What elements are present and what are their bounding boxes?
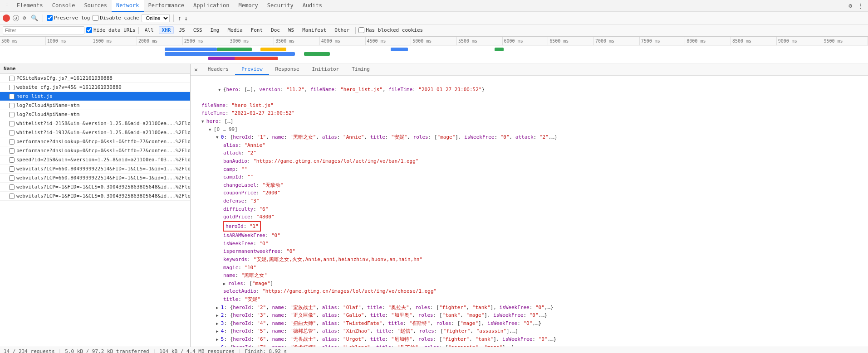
list-item[interactable]: PCSiteNavsCfg.js?_=1612161930888: [0, 74, 190, 83]
item-checkbox[interactable]: [9, 121, 15, 126]
tab-audits[interactable]: Audits: [298, 0, 327, 12]
tick-3000: 3000 ms: [228, 37, 274, 45]
blocked-cookies-checkbox[interactable]: [358, 27, 364, 33]
list-item[interactable]: webvitals?LCP=-1&FID=-1&CLS=0.3004392586…: [0, 192, 190, 201]
filter-manifest[interactable]: Manifest: [299, 26, 329, 34]
filter-font[interactable]: Font: [248, 26, 266, 34]
hide-data-urls-checkbox[interactable]: [86, 27, 92, 33]
filter-all[interactable]: All: [142, 26, 157, 34]
item-checkbox[interactable]: [9, 157, 15, 163]
close-detail-btn[interactable]: ✕: [191, 65, 201, 74]
item2-collapse[interactable]: [216, 312, 221, 318]
export-icon[interactable]: ↓: [184, 15, 188, 22]
refresh-btn[interactable]: ↺: [13, 15, 19, 21]
list-item[interactable]: website_cfg.js?v=45&_=1612161930889: [0, 83, 190, 92]
detail-tab-timing[interactable]: Timing: [345, 64, 376, 75]
tab-application[interactable]: Application: [189, 0, 234, 12]
waterfall-bar-8: [391, 48, 408, 51]
filter-css[interactable]: CSS: [190, 26, 206, 34]
more-icon[interactable]: ⋮: [855, 2, 866, 9]
search-icon[interactable]: 🔍: [30, 15, 39, 21]
root-collapse[interactable]: [218, 87, 223, 92]
tick-4000: 4000 ms: [320, 37, 366, 45]
name-column-header: Name: [4, 66, 16, 72]
json-name: name: "黑暗之女": [194, 271, 864, 280]
item-checkbox[interactable]: [9, 175, 15, 181]
item-checkbox[interactable]: [9, 148, 15, 154]
item-checkbox[interactable]: [9, 94, 15, 99]
array-range-collapse[interactable]: [209, 126, 214, 132]
filter-other[interactable]: Other: [331, 26, 353, 34]
list-item[interactable]: webvitals?LCP=660.8049999922514&FID=-1&C…: [0, 164, 190, 174]
item3-collapse[interactable]: [216, 320, 221, 326]
list-item[interactable]: log?sCloudApiName=atm: [0, 101, 190, 110]
waterfall-bar-2: [217, 48, 252, 51]
throttle-select[interactable]: Online: [142, 14, 170, 22]
json-difficulty: difficulty: "6": [194, 205, 864, 213]
list-item-selected[interactable]: hero_list.js: [0, 92, 190, 101]
preserve-log-label[interactable]: Preserve log: [47, 15, 90, 21]
item-checkbox[interactable]: [9, 112, 15, 117]
list-item[interactable]: performance?dnsLookup=0&tcp=0&ssl=0&ttfb…: [0, 146, 190, 155]
record-btn[interactable]: [3, 15, 10, 22]
list-item[interactable]: log?sCloudApiName=atm: [0, 110, 190, 119]
devtools-toggle-icon[interactable]: ⋮: [2, 3, 12, 9]
json-camp: camp: "": [194, 165, 864, 174]
item4-collapse[interactable]: [216, 328, 221, 334]
tab-sources[interactable]: Sources: [79, 0, 112, 12]
import-icon[interactable]: ↑: [177, 15, 181, 22]
item6-collapse[interactable]: [216, 344, 221, 347]
list-item[interactable]: webvitals?LCP=660.8049999922514&FID=-1&C…: [0, 174, 190, 183]
json-item3: 3: {heroId: "4", name: "扭曲大师", alias: "T…: [194, 319, 864, 328]
list-item[interactable]: webvitals?LCP=-1&FID=-1&CLS=0.3004392586…: [0, 183, 190, 192]
filter-xhr[interactable]: XHR: [159, 26, 174, 34]
item-checkbox[interactable]: [9, 130, 15, 135]
request-list: Name PCSiteNavsCfg.js?_=1612161930888 we…: [0, 64, 191, 347]
item-checkbox[interactable]: [9, 85, 15, 90]
hide-data-urls-label[interactable]: Hide data URLs: [86, 27, 136, 33]
item-checkbox[interactable]: [9, 193, 15, 199]
item-checkbox[interactable]: [9, 103, 15, 108]
filter-media[interactable]: Media: [224, 26, 245, 34]
json-selectaudio: selectAudio: "https://game.gtimg.cn/imag…: [194, 287, 864, 295]
list-item[interactable]: speed?id=2158&uin=&version=1.25.8&aid=a2…: [0, 155, 190, 164]
item1-collapse[interactable]: [216, 305, 221, 310]
filter-input[interactable]: [3, 26, 84, 34]
list-item[interactable]: performance?dnsLookup=0&tcp=0&ssl=0&ttfb…: [0, 137, 190, 146]
item-checkbox[interactable]: [9, 139, 15, 145]
item0-collapse[interactable]: [216, 134, 221, 140]
json-ispermanent: ispermanentweekfree: "0": [194, 247, 864, 256]
hero-array-collapse[interactable]: [201, 118, 206, 124]
detail-tab-headers[interactable]: Headers: [201, 64, 235, 75]
tab-network[interactable]: Network: [112, 0, 144, 12]
disable-cache-label[interactable]: Disable cache: [93, 15, 139, 21]
filter-icon[interactable]: ⊘: [22, 15, 27, 21]
roles-collapse[interactable]: [223, 280, 228, 286]
item5-collapse[interactable]: [216, 336, 221, 342]
item-checkbox[interactable]: [9, 76, 15, 81]
tab-memory[interactable]: Memory: [234, 0, 263, 12]
json-array-range: [0 … 99]: [194, 126, 864, 134]
list-item[interactable]: whitelist?id=1932&uin=&version=1.25.8&ai…: [0, 128, 190, 137]
filter-ws[interactable]: WS: [285, 26, 297, 34]
list-item[interactable]: whitelist?id=2158&uin=&version=1.25.8&ai…: [0, 119, 190, 128]
json-root-line: {hero: […], version: "11.2", fileName: "…: [194, 77, 864, 102]
filter-doc[interactable]: Doc: [268, 26, 283, 34]
tab-elements[interactable]: Elements: [12, 0, 48, 12]
tab-console[interactable]: Console: [48, 0, 80, 12]
tab-performance[interactable]: Performance: [144, 0, 189, 12]
detail-tab-initiator[interactable]: Initiator: [306, 64, 346, 75]
item-checkbox[interactable]: [9, 184, 15, 190]
preserve-log-checkbox[interactable]: [47, 15, 53, 21]
filter-js[interactable]: JS: [176, 26, 188, 34]
tab-security[interactable]: Security: [263, 0, 298, 12]
tick-8000: 8000 ms: [685, 37, 731, 45]
blocked-cookies-label[interactable]: Has blocked cookies: [358, 27, 423, 33]
item-checkbox[interactable]: [9, 166, 15, 172]
disable-cache-checkbox[interactable]: [93, 15, 98, 21]
waterfall-bar-4: [165, 52, 295, 56]
settings-icon[interactable]: ⚙: [846, 2, 855, 9]
detail-tab-response[interactable]: Response: [269, 64, 306, 75]
detail-tab-preview[interactable]: Preview: [235, 64, 269, 75]
filter-img[interactable]: Img: [207, 26, 223, 34]
